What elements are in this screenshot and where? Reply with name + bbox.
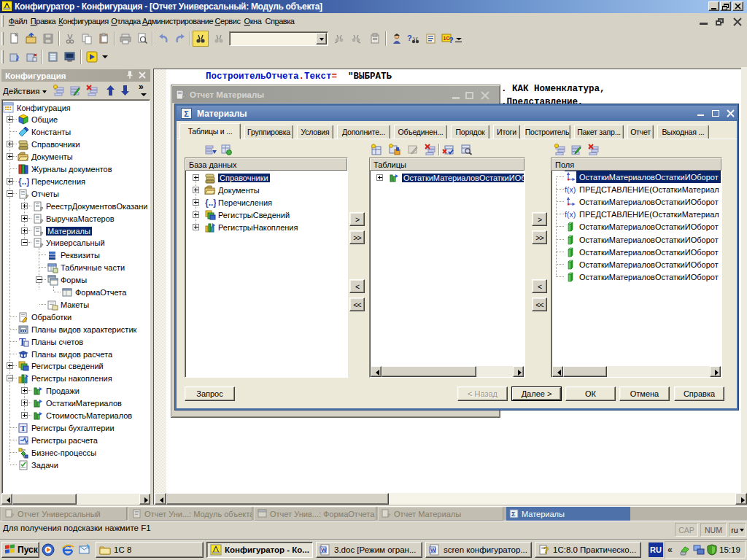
svg-text:Σ: Σ: [511, 510, 516, 518]
svg-text:?: ?: [407, 34, 412, 42]
svg-text:?: ?: [543, 545, 549, 556]
svg-text:W: W: [321, 547, 327, 553]
svg-text:f(x): f(x): [565, 185, 576, 194]
svg-text:?: ?: [449, 36, 454, 44]
svg-text:{..}: {..}: [205, 198, 216, 208]
svg-text:{..}: {..}: [18, 176, 29, 187]
svg-text:f(x): f(x): [565, 210, 576, 219]
svg-text:W: W: [430, 547, 436, 553]
svg-text:T: T: [20, 424, 26, 432]
